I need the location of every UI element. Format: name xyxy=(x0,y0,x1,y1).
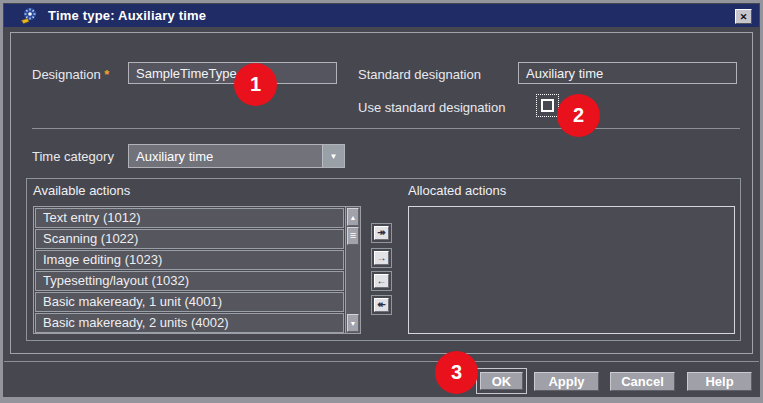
standard-designation-input[interactable] xyxy=(518,62,737,84)
move-all-left-button[interactable]: ↞ xyxy=(374,298,389,312)
list-item[interactable]: Scanning (1022) xyxy=(35,229,344,249)
time-category-value: Auxiliary time xyxy=(129,149,322,164)
footer-divider xyxy=(4,361,759,362)
use-standard-designation-checkbox[interactable] xyxy=(536,94,559,117)
step-badge-1: 1 xyxy=(234,63,277,106)
designation-input[interactable] xyxy=(128,62,337,84)
list-item[interactable]: Text entry (1012) xyxy=(35,208,344,228)
allocated-actions-label: Allocated actions xyxy=(408,183,506,198)
checkbox-box xyxy=(541,99,554,112)
chevron-down-icon[interactable]: ▼ xyxy=(322,145,344,167)
designation-label: Designation * xyxy=(32,67,109,82)
help-button[interactable]: Help xyxy=(687,372,752,391)
move-all-left-frame: ↞ xyxy=(371,295,392,315)
cancel-button[interactable]: Cancel xyxy=(610,372,675,391)
step-badge-2: 2 xyxy=(557,94,600,137)
list-item[interactable]: Typesetting/layout (1032) xyxy=(35,271,344,291)
move-all-right-frame: ↠ xyxy=(371,223,392,243)
time-type-icon xyxy=(21,7,38,24)
move-left-button[interactable]: ← xyxy=(374,274,389,288)
use-standard-designation-label: Use standard designation xyxy=(358,100,505,115)
ok-button[interactable]: OK xyxy=(480,372,523,390)
scroll-up-icon[interactable]: ▲ xyxy=(347,208,359,226)
move-all-right-button[interactable]: ↠ xyxy=(374,226,389,240)
move-right-frame: → xyxy=(371,248,392,268)
window-title: Time type: Auxiliary time xyxy=(48,8,206,23)
ok-default-frame: OK xyxy=(476,368,527,394)
scrollbar-thumb[interactable]: ≡ xyxy=(347,227,359,245)
move-left-frame: ← xyxy=(371,271,392,291)
scroll-down-icon[interactable]: ▼ xyxy=(347,314,359,332)
close-icon[interactable]: ✕ xyxy=(735,9,752,24)
section-divider xyxy=(32,128,740,129)
apply-button[interactable]: Apply xyxy=(534,372,599,391)
move-right-button[interactable]: → xyxy=(374,251,389,265)
available-actions-list: Text entry (1012) Scanning (1022) Image … xyxy=(33,206,361,334)
required-marker: * xyxy=(104,67,109,82)
dialog-window: Time type: Auxiliary time ✕ Designation … xyxy=(0,0,763,403)
list-item[interactable]: Basic makeready, 1 unit (4001) xyxy=(35,292,344,312)
standard-designation-label: Standard designation xyxy=(358,67,481,82)
title-bar: Time type: Auxiliary time ✕ xyxy=(4,4,759,27)
time-category-label: Time category xyxy=(32,149,114,164)
scrollbar[interactable]: ▲ ≡ ▼ xyxy=(345,207,360,333)
available-actions-rows: Text entry (1012) Scanning (1022) Image … xyxy=(34,207,345,333)
step-badge-3: 3 xyxy=(435,351,478,394)
available-actions-label: Available actions xyxy=(33,183,130,198)
list-item[interactable]: Image editing (1023) xyxy=(35,250,344,270)
list-item[interactable]: Basic makeready, 2 units (4002) xyxy=(35,313,344,333)
allocated-actions-list[interactable] xyxy=(408,206,735,334)
time-category-select[interactable]: Auxiliary time ▼ xyxy=(128,144,345,168)
